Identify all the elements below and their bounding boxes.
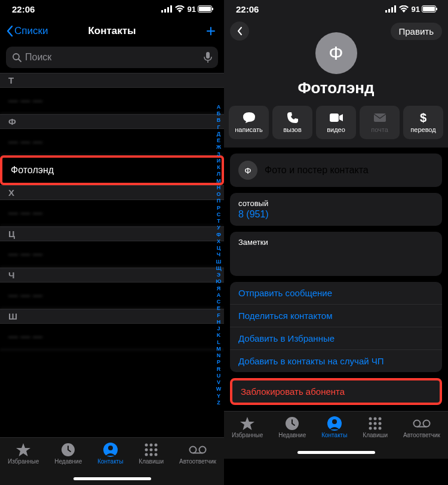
back-button[interactable]: Списки <box>6 25 48 37</box>
index-letter[interactable]: О <box>214 191 223 198</box>
contact-row[interactable]: — — — <box>0 283 224 309</box>
contact-row[interactable]: — — — <box>0 324 224 350</box>
index-letter[interactable]: Н <box>214 185 223 191</box>
action-buttons: написать вызов видео почта $ перевод <box>224 106 448 139</box>
index-letter[interactable]: Я <box>214 286 223 292</box>
index-letter[interactable]: Ю <box>214 278 223 285</box>
index-letter[interactable]: М <box>214 178 223 185</box>
index-letter[interactable]: Щ <box>214 265 223 272</box>
phone-card[interactable]: сотовый 8 (951) <box>230 193 442 226</box>
contact-row[interactable]: — — — <box>0 88 224 114</box>
clock-icon <box>61 443 75 457</box>
index-letter[interactable]: H <box>214 319 223 326</box>
index-letter[interactable]: И <box>214 158 223 164</box>
contact-row[interactable]: Фотолэнд <box>0 155 224 185</box>
action-video[interactable]: видео <box>316 106 356 139</box>
home-indicator[interactable] <box>73 477 151 480</box>
index-letter[interactable]: В <box>214 117 223 124</box>
index-letter[interactable]: M <box>214 346 223 352</box>
search-bar[interactable] <box>6 47 218 68</box>
action-message[interactable]: написать <box>229 106 269 139</box>
phone-number[interactable]: 8 (951) <box>238 209 434 220</box>
add-emergency-link[interactable]: Добавить в контакты на случай ЧП <box>230 350 442 372</box>
avatar-mini-icon: Ф <box>238 161 257 180</box>
voicemail-icon <box>189 443 207 457</box>
index-letter[interactable]: E <box>214 305 223 312</box>
section-header: Ч <box>0 268 224 283</box>
send-message-link[interactable]: Отправить сообщение <box>230 282 442 305</box>
svg-point-9 <box>108 446 113 450</box>
index-letter[interactable]: Y <box>214 393 223 400</box>
mic-icon[interactable] <box>204 52 212 63</box>
index-letter[interactable]: R <box>214 366 223 373</box>
index-letter[interactable]: V <box>214 379 223 386</box>
index-letter[interactable]: Е <box>214 137 223 144</box>
index-letter[interactable]: Э <box>214 272 223 278</box>
svg-rect-25 <box>394 5 396 13</box>
block-caller-link[interactable]: Заблокировать абонента <box>232 380 440 403</box>
index-letter[interactable]: K <box>214 332 223 339</box>
mail-icon <box>373 113 386 122</box>
index-letter[interactable]: К <box>214 164 223 171</box>
index-letter[interactable]: U <box>214 373 223 379</box>
phone-icon <box>287 112 299 124</box>
contact-row[interactable]: — — — <box>0 241 224 268</box>
index-letter[interactable]: Р <box>214 205 223 211</box>
index-letter[interactable]: N <box>214 352 223 359</box>
index-letter[interactable]: Д <box>214 131 223 137</box>
index-letter[interactable]: F <box>214 312 223 319</box>
index-letter[interactable]: Ш <box>214 259 223 265</box>
home-indicator[interactable] <box>297 451 375 454</box>
keypad-icon <box>144 443 158 457</box>
svg-point-38 <box>374 427 377 430</box>
index-letter[interactable]: Ц <box>214 245 223 251</box>
photo-poster-card[interactable]: Ф Фото и постер контакта <box>230 154 442 187</box>
index-letter[interactable]: Т <box>214 218 223 225</box>
index-letter[interactable]: Г <box>214 124 223 131</box>
index-letter[interactable]: W <box>214 386 223 392</box>
keypad-icon <box>368 416 382 431</box>
index-letter[interactable]: Х <box>214 238 223 245</box>
contact-row[interactable]: — — — <box>0 129 224 155</box>
index-letter[interactable]: З <box>214 151 223 158</box>
index-letter[interactable]: Ч <box>214 251 223 258</box>
tab-favorites[interactable]: Избранные <box>232 416 263 459</box>
svg-rect-0 <box>161 10 163 13</box>
index-letter[interactable]: Ф <box>214 232 223 238</box>
search-input[interactable] <box>25 52 204 63</box>
share-contact-link[interactable]: Поделиться контактом <box>230 305 442 327</box>
index-letter[interactable]: P <box>214 359 223 366</box>
svg-point-19 <box>190 447 197 453</box>
battery-indicator: 91 <box>412 5 436 14</box>
index-letter[interactable]: Ж <box>214 144 223 151</box>
index-letter[interactable]: П <box>214 198 223 204</box>
svg-point-20 <box>200 447 206 453</box>
action-pay[interactable]: $ перевод <box>403 106 443 139</box>
contact-avatar[interactable]: Ф <box>315 32 357 74</box>
index-letter[interactable]: Л <box>214 171 223 177</box>
back-button[interactable] <box>230 22 249 41</box>
index-letter[interactable]: А <box>214 104 223 110</box>
contact-row[interactable]: — — — <box>0 200 224 226</box>
contact-list[interactable]: Т— — —Ф— — —ФотолэндХ— — —Ц— — —Ч— — —Ш—… <box>0 73 224 437</box>
index-letter[interactable]: У <box>214 225 223 231</box>
tab-voicemail[interactable]: Автоответчик <box>403 416 440 459</box>
edit-button[interactable]: Править <box>391 23 443 40</box>
svg-rect-22 <box>385 10 387 13</box>
alphabet-index[interactable]: АБВГДЕЖЗИКЛМНОПРСТУФХЦЧШЩЭЮЯACEFHJKLMNPR… <box>214 75 223 435</box>
status-bar: 22:06 91 <box>224 0 448 18</box>
index-letter[interactable]: A <box>214 292 223 299</box>
notes-card[interactable]: Заметки <box>230 232 442 276</box>
index-letter[interactable]: L <box>214 339 223 346</box>
index-letter[interactable]: Z <box>214 400 223 406</box>
tab-favorites[interactable]: Избранные <box>8 443 39 485</box>
index-letter[interactable]: Б <box>214 110 223 117</box>
dollar-icon: $ <box>420 112 426 124</box>
index-letter[interactable]: C <box>214 299 223 305</box>
index-letter[interactable]: С <box>214 211 223 218</box>
tab-voicemail[interactable]: Автоответчик <box>179 443 216 485</box>
action-call[interactable]: вызов <box>272 106 312 139</box>
add-contact-button[interactable]: + <box>206 23 216 39</box>
add-favorites-link[interactable]: Добавить в Избранные <box>230 327 442 350</box>
index-letter[interactable]: J <box>214 326 223 332</box>
